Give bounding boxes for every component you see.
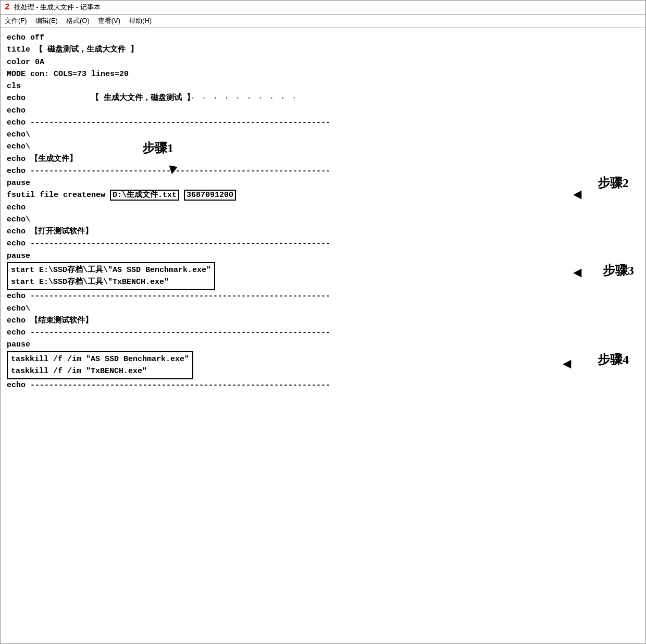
line-taskkill-txbench: taskkill /f /im "TxBENCH.exe" — [11, 365, 189, 377]
highlight-path: D:\生成文件.txt — [110, 190, 179, 201]
menu-help[interactable]: 帮助(H) — [129, 16, 152, 26]
line-echo-backslash1: echo\ — [7, 129, 639, 141]
line-echo-dashes1: echo -----------------------------------… — [7, 117, 639, 129]
line-echo-end: echo 【结束测试软件】 — [7, 315, 639, 327]
line-echo-dashes6: echo -----------------------------------… — [7, 379, 639, 391]
step1-block: echo\ echo 【生成文件】 步骤1 — [7, 141, 639, 165]
main-window: 2 批处理 - 生成大文件 - 记事本 文件(F) 编辑(E) 格式(O) 查看… — [0, 0, 646, 644]
line-echo-title: echo 【 生成大文件，磁盘测试 】 — [7, 92, 639, 104]
line-fsutil: fsutil file createnew D:\生成文件.txt 368709… — [7, 189, 639, 201]
line-cls: cls — [7, 80, 639, 92]
line-echo-open: echo 【打开测试软件】 — [7, 226, 639, 238]
highlight-size: 3687091200 — [184, 190, 236, 201]
content-area: echo off title 【 磁盘测试，生成大文件 】 color 0A M… — [1, 28, 645, 643]
line-start-txbench: start E:\SSD存档\工具\"TxBENCH.exe" — [11, 276, 211, 288]
step1-lines: echo\ echo 【生成文件】 — [7, 141, 77, 165]
line-taskkill-asssd: taskkill /f /im "AS SSD Benchmark.exe" — [11, 353, 189, 365]
line-echo-backslash4: echo\ — [7, 303, 639, 315]
line-echo-title-block: echo 【 生成大文件，磁盘测试 】 · · · · · · · · · · … — [7, 92, 639, 104]
title-bar: 2 批处理 - 生成大文件 - 记事本 — [1, 1, 645, 15]
line-start-asssd: start E:\SSD存档\工具\"AS SSD Benchmark.exe" — [11, 264, 211, 276]
menu-format[interactable]: 格式(O) — [66, 16, 90, 26]
line-echo-dashes3: echo -----------------------------------… — [7, 238, 639, 250]
line-echo-off: echo off — [7, 32, 639, 44]
line-echo-backslash3: echo\ — [7, 214, 639, 226]
step3-label: 步骤3 — [603, 262, 634, 279]
line-echo-blank2: echo — [7, 202, 639, 214]
line-pause2: pause — [7, 250, 639, 262]
line-echo-dashes2: echo -----------------------------------… — [7, 165, 639, 177]
step2-arrow: ◄ — [573, 187, 582, 203]
step4-box: taskkill /f /im "AS SSD Benchmark.exe" t… — [7, 351, 193, 380]
title-text: 批处理 - 生成大文件 - 记事本 — [14, 3, 101, 12]
line-pause3: pause — [7, 339, 639, 351]
line-pause1: pause — [7, 177, 639, 189]
app-icon: 2 — [5, 3, 10, 12]
menu-file[interactable]: 文件(F) — [5, 16, 27, 26]
step3-block: start E:\SSD存档\工具\"AS SSD Benchmark.exe"… — [7, 262, 639, 291]
line-mode: MODE con: COLS=73 lines=20 — [7, 68, 639, 80]
step3-arrow: ◄ — [573, 265, 582, 281]
step3-box: start E:\SSD存档\工具\"AS SSD Benchmark.exe"… — [7, 262, 215, 291]
step4-arrow: ◄ — [563, 356, 572, 373]
line-color: color 0A — [7, 56, 639, 68]
step2-label: 步骤2 — [598, 175, 629, 191]
dotted-underline: · · · · · · · · · · · · — [168, 94, 297, 102]
line-echo-generate: echo 【生成文件】 — [7, 153, 77, 165]
menu-view[interactable]: 查看(V) — [98, 16, 120, 26]
line-echo-dashes5: echo -----------------------------------… — [7, 327, 639, 339]
line-title: title 【 磁盘测试，生成大文件 】 — [7, 44, 639, 56]
fsutil-block: fsutil file createnew D:\生成文件.txt 368709… — [7, 189, 639, 201]
line-echo-dashes4: echo -----------------------------------… — [7, 290, 639, 302]
line-echo-blank1: echo — [7, 105, 639, 117]
line-echo-backslash2: echo\ — [7, 141, 77, 153]
menu-edit[interactable]: 编辑(E) — [35, 16, 58, 26]
step1-label: 步骤1 — [142, 140, 173, 156]
step4-label: 步骤4 — [598, 351, 629, 368]
menu-bar: 文件(F) 编辑(E) 格式(O) 查看(V) 帮助(H) — [1, 15, 645, 28]
step4-block: taskkill /f /im "AS SSD Benchmark.exe" t… — [7, 351, 639, 380]
